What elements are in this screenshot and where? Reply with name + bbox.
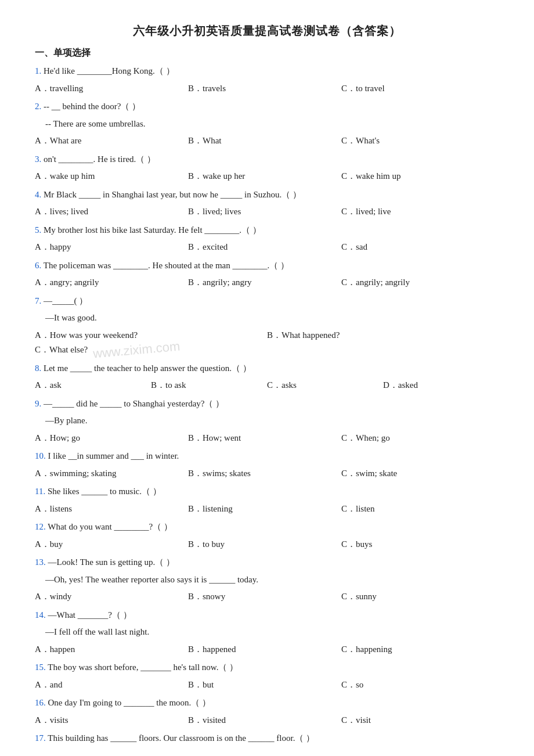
page-title: 六年级小升初英语质量提高试卷测试卷（含答案） (35, 23, 499, 39)
question-number: 6. (35, 261, 44, 270)
question-number: 11. (35, 487, 48, 496)
question-line: 9. —_____ did he _____ to Shanghai yeste… (35, 397, 499, 412)
option: A．visits (35, 713, 188, 728)
options-row: A．andB．butC．so (35, 678, 499, 693)
option: C．What else? (35, 343, 267, 358)
option: C．listen (341, 502, 495, 517)
question-number: 16. (35, 698, 48, 707)
question-block-14: 14. —What _______?（ ）—I fell off the wal… (35, 608, 499, 657)
question-number: 7. (35, 296, 44, 305)
option: A．happy (35, 240, 188, 255)
options-row: A．windyB．snowyC．sunny (35, 589, 499, 604)
options-row: A．What areB．WhatC．What's (35, 134, 499, 149)
option: B．angrily; angry (188, 275, 341, 290)
question-line: 16. One day I'm going to _______ the moo… (35, 696, 499, 711)
question-text: The policeman was ________. He shouted a… (44, 261, 289, 270)
option: B．snowy (188, 589, 341, 604)
question-number: 9. (35, 399, 44, 408)
question-number: 15. (35, 663, 48, 672)
option: C．swim; skate (341, 466, 495, 481)
options-row: A．visitsB．visitedC．visit (35, 713, 499, 728)
question-text: —_____( ） (44, 296, 88, 305)
question-number: 4. (35, 190, 44, 199)
options-row: A．happyB．excitedC．sad (35, 240, 499, 255)
question-line: 13. —Look! The sun is getting up.（ ） (35, 555, 499, 570)
question-line: 11. She likes ______ to music.（ ） (35, 484, 499, 499)
question-number: 17. (35, 733, 48, 743)
question-block-17: 17. This building has ______ floors. Our… (35, 731, 499, 746)
option: B．swims; skates (188, 466, 341, 481)
question-block-16: 16. One day I'm going to _______ the moo… (35, 696, 499, 728)
question-line: 10. I like __in summer and ___ in winter… (35, 449, 499, 464)
option: A．and (35, 678, 188, 693)
question-line: 7. —_____( ） (35, 294, 499, 309)
option: B．but (188, 678, 341, 693)
option: A．wake up him (35, 169, 188, 184)
question-line: 1. He'd like ________Hong Kong.（ ） (35, 64, 499, 79)
option: B．lived; lives (188, 204, 341, 219)
option: A．How; go (35, 431, 188, 446)
question-text: I like __in summer and ___ in winter. (48, 451, 179, 460)
option: B．travels (188, 81, 341, 96)
question-subline: —I fell off the wall last night. (35, 625, 499, 640)
options-row: A．wake up himB．wake up herC．wake him up (35, 169, 499, 184)
options-row: A．travellingB．travelsC．to travel (35, 81, 499, 96)
question-block-12: 12. What do you want ________?（ ）A．buyB．… (35, 520, 499, 552)
question-text: —Look! The sun is getting up.（ ） (48, 557, 175, 567)
option: C．sad (341, 240, 495, 255)
options-row: A．How was your weekend?B．What happened?C… (35, 328, 499, 358)
options-row: A．angry; angrilyB．angrily; angryC．angril… (35, 275, 499, 290)
option: B．How; went (188, 431, 341, 446)
option: B．to buy (188, 537, 341, 552)
question-text: She likes ______ to music.（ ） (48, 487, 161, 496)
option: B．visited (188, 713, 341, 728)
option: C．angrily; angrily (341, 275, 495, 290)
question-block-2: 2. -- __ behind the door?（ ）-- There are… (35, 99, 499, 149)
options-row: A．listensB．listeningC．listen (35, 502, 499, 517)
question-line: 14. —What _______?（ ） (35, 608, 499, 623)
question-line: 2. -- __ behind the door?（ ） (35, 99, 499, 114)
option: B．What (188, 134, 341, 149)
option: B．excited (188, 240, 341, 255)
question-number: 2. (35, 102, 44, 111)
option: C．asks (267, 378, 383, 393)
question-block-6: 6. The policeman was ________. He shoute… (35, 258, 499, 290)
question-block-5: 5. My brother lost his bike last Saturda… (35, 223, 499, 255)
question-text: One day I'm going to _______ the moon.（ … (48, 698, 211, 707)
question-number: 5. (35, 225, 44, 235)
option: A．swimming; skating (35, 466, 188, 481)
question-text: What do you want ________?（ ） (48, 522, 172, 531)
question-number: 1. (35, 66, 44, 75)
option: B．happened (188, 642, 341, 657)
options-row: A．askB．to askC．asksD．asked (35, 378, 499, 393)
option: A．travelling (35, 81, 188, 96)
option: C．so (341, 678, 495, 693)
question-block-3: 3. on't ________. He is tired.（ ）A．wake … (35, 152, 499, 184)
option: B．What happened? (267, 328, 499, 343)
question-text: My brother lost his bike last Saturday. … (44, 225, 261, 235)
question-line: 6. The policeman was ________. He shoute… (35, 258, 499, 273)
question-subline: —By plane. (35, 413, 499, 429)
question-subline: —It was good. (35, 311, 499, 326)
question-number: 3. (35, 154, 44, 164)
option: C．What's (341, 134, 495, 149)
question-text: —_____ did he _____ to Shanghai yesterda… (44, 399, 224, 408)
question-block-11: 11. She likes ______ to music.（ ）A．liste… (35, 484, 499, 516)
option: A．angry; angrily (35, 275, 188, 290)
option: A．buy (35, 537, 188, 552)
question-block-9: 9. —_____ did he _____ to Shanghai yeste… (35, 397, 499, 446)
option: A．ask (35, 378, 151, 393)
question-subline: -- There are some umbrellas. (35, 117, 499, 132)
question-subline: —Oh, yes! The weather reporter also says… (35, 573, 499, 588)
question-block-15: 15. The boy was short before, _______ he… (35, 660, 499, 692)
options-row: A．happenB．happenedC．happening (35, 642, 499, 657)
option: A．lives; lived (35, 204, 188, 219)
question-number: 13. (35, 557, 48, 567)
option: C．visit (341, 713, 495, 728)
question-block-13: 13. —Look! The sun is getting up.（ ）—Oh,… (35, 555, 499, 604)
options-row: A．lives; livedB．lived; livesC．lived; liv… (35, 204, 499, 219)
question-block-10: 10. I like __in summer and ___ in winter… (35, 449, 499, 481)
option: D．asked (383, 378, 499, 393)
option: A．windy (35, 589, 188, 604)
option: C．happening (341, 642, 495, 657)
